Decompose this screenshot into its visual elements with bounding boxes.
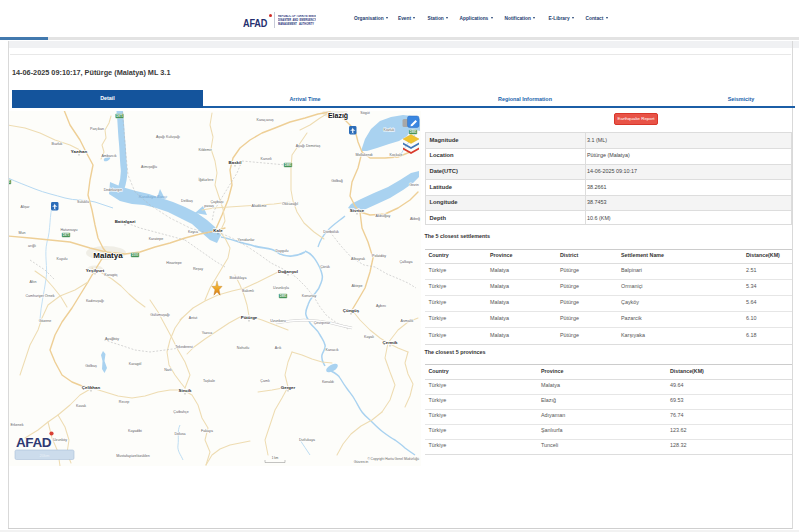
svg-text:Çatbahçe: Çatbahçe (173, 410, 188, 414)
svg-text:Kavak: Kavak (76, 404, 86, 408)
svg-text:Karseli: Karseli (261, 157, 272, 161)
svg-text:pasaş: pasaş (204, 204, 214, 208)
svg-text:Sincik: Sincik (179, 388, 192, 393)
svg-text:İğdüzlere: İğdüzlere (199, 177, 214, 182)
svg-text:Atmışoğlu: Atmışoğlu (141, 165, 157, 169)
svg-text:Karaçavuş: Karaçavuş (257, 118, 274, 122)
svg-text:Karakaya Barajı: Karakaya Barajı (139, 194, 167, 199)
svg-text:Çermik: Çermik (383, 340, 398, 345)
svg-text:Narlı: Narlı (164, 368, 172, 372)
svg-text:Aybını: Aybını (376, 304, 386, 308)
svg-text:Recep: Recep (119, 400, 129, 404)
svg-text:Yeşilyurt: Yeşilyurt (86, 268, 105, 273)
svg-text:arığlı: arığlı (28, 244, 36, 248)
svg-text:1 km: 1 km (272, 456, 279, 460)
svg-text:20km: 20km (40, 453, 50, 458)
svg-text:Aladikme: Aladikme (252, 204, 267, 208)
svg-text:Gölbağ: Gölbağ (331, 179, 343, 183)
svg-text:Gerger: Gerger (281, 385, 296, 390)
svg-text:Çalkaya: Çalkaya (400, 260, 413, 264)
svg-text:Ambarcık: Ambarcık (101, 154, 116, 158)
svg-text:Gezin: Gezin (409, 183, 418, 187)
svg-text:Ökküzağıl: Ökküzağıl (282, 202, 298, 206)
svg-text:Nohutlu: Nohutlu (237, 346, 249, 350)
svg-text:Akbulğay: Akbulğay (376, 214, 391, 218)
svg-text:Kadınuşağı: Kadınuşağı (86, 299, 104, 303)
svg-text:Uzunkışla: Uzunkışla (273, 286, 289, 290)
svg-text:Karatepe: Karatepe (149, 237, 164, 241)
svg-text:D885: D885 (285, 163, 292, 167)
svg-text:Mustafayüzelözüklen: Mustafayüzelözüklen (116, 454, 150, 458)
svg-text:Gülümuşağı: Gülümuşağı (150, 313, 169, 317)
svg-text:Kale: Kale (213, 228, 223, 233)
svg-text:D885: D885 (410, 130, 417, 134)
svg-text:D875: D875 (116, 114, 123, 118)
svg-text:Hisartepe: Hisartepe (166, 261, 181, 265)
svg-text:Çelikhan: Çelikhan (82, 385, 101, 390)
svg-text:© Copyright Harita Genel Müdür: © Copyright Harita Genel Müdürlüğü (367, 457, 419, 461)
svg-text:Battalgazi: Battalgazi (115, 219, 136, 224)
svg-text:Karagöç: Karagöç (104, 273, 118, 277)
svg-text:Yenidanlar: Yenidanlar (238, 238, 256, 242)
svg-text:Bakımlı: Bakımlı (242, 289, 254, 293)
svg-text:Dedekargın: Dedekargın (104, 188, 123, 192)
svg-text:D885: D885 (280, 294, 287, 298)
svg-text:Aşağı Demirtaş: Aşağı Demirtaş (296, 144, 321, 148)
svg-text:D875: D875 (63, 233, 70, 237)
svg-text:Uzunkoru: Uzunkoru (270, 319, 285, 323)
svg-text:Aşağı Kuluşağı: Aşağı Kuluşağı (156, 135, 180, 139)
svg-text:Kayadibi: Kayadibi (128, 429, 142, 433)
svg-text:Konurtay: Konurtay (302, 294, 317, 298)
svg-text:Malatya: Malatya (93, 251, 123, 260)
svg-text:Karagöl: Karagöl (129, 362, 142, 366)
svg-text:Delikaş: Delikaş (181, 199, 193, 203)
svg-text:Taşkale: Taşkale (203, 379, 215, 383)
svg-text:Asmalık: Asmalık (401, 319, 414, 323)
svg-text:Konaldı: Konaldı (322, 380, 334, 384)
svg-text:Elazığ: Elazığ (328, 112, 348, 120)
svg-text:Parçikan: Parçikan (90, 127, 104, 131)
svg-text:Uzunköy: Uzunköy (53, 438, 67, 442)
svg-text:D300: D300 (132, 253, 139, 257)
svg-text:Cumhuriyet Örnek: Cumhuriyet Örnek (25, 294, 54, 298)
svg-text:Fakaya: Fakaya (201, 429, 213, 433)
svg-text:Alişar: Alişar (21, 205, 31, 209)
svg-text:Sivrice: Sivrice (350, 208, 365, 213)
svg-text:Çüngüş: Çüngüş (343, 308, 360, 313)
svg-text:Çevirpınar: Çevirpınar (314, 321, 331, 325)
svg-text:Sulüklü: Sulüklü (77, 200, 89, 204)
svg-text:Erkenek: Erkenek (10, 423, 23, 427)
svg-text:Altın: Altın (29, 280, 36, 284)
svg-text:Çamlı: Çamlı (260, 379, 269, 383)
svg-text:Antut: Antut (189, 316, 197, 320)
svg-text:Sögüt: Sögüt (360, 111, 369, 115)
svg-text:Mollakendi: Mollakendi (355, 153, 372, 157)
svg-text:Koyca: Koyca (188, 230, 198, 234)
svg-text:Mun: Mun (19, 231, 26, 235)
svg-text:Kıldemir: Kıldemir (198, 148, 212, 152)
svg-text:Güvercin: Güvercin (354, 460, 368, 464)
svg-text:Doğanyol: Doğanyol (278, 269, 298, 274)
svg-text:Albayrak: Albayrak (351, 257, 365, 261)
svg-text:Çaybaşı: Çaybaşı (210, 200, 223, 204)
svg-text:Dutlukaya: Dutlukaya (299, 438, 315, 442)
svg-text:Dolusa: Dolusa (174, 432, 185, 436)
svg-text:Dörtbölük: Dörtbölük (323, 230, 339, 234)
svg-text:Baskil: Baskil (229, 160, 242, 165)
svg-text:Duygulu: Duygulu (275, 249, 288, 253)
svg-text:AFAD: AFAD (16, 435, 52, 450)
svg-text:Kuyulu: Kuyulu (57, 257, 68, 261)
svg-text:Gözene: Gözene (39, 319, 52, 323)
svg-text:Hatunsuyu: Hatunsuyu (60, 228, 77, 232)
svg-text:Reşay: Reşay (193, 267, 203, 271)
svg-text:Yazıhan: Yazıhan (71, 149, 88, 154)
svg-text:Yazıca: Yazıca (202, 331, 213, 335)
svg-text:Çörük: Çörük (320, 265, 330, 269)
svg-text:Kayalı: Kayalı (364, 335, 374, 339)
svg-text:Gölbaş: Gölbaş (85, 364, 97, 368)
svg-text:Buzluk: Buzluk (52, 142, 63, 146)
svg-text:Ayağböy: Ayağböy (105, 337, 119, 341)
svg-text:Polatdöy: Polatdöy (372, 254, 386, 258)
svg-text:Tekederesi: Tekederesi (175, 345, 193, 349)
svg-text:Koçkale: Koçkale (390, 153, 403, 157)
